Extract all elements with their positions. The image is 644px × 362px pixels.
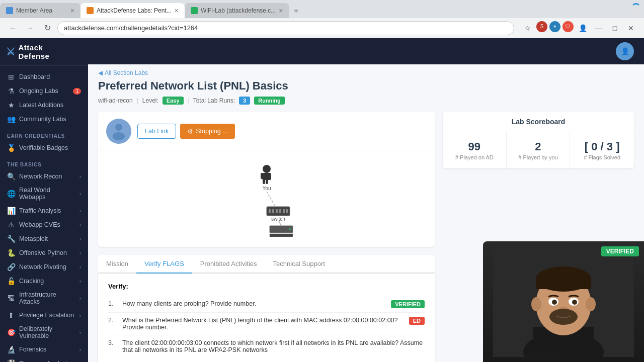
stat-label-you: # Played by you	[512, 154, 565, 160]
tabs-section: Mission Verify FLAGS Prohibited Activiti…	[98, 255, 435, 362]
close-btn[interactable]: ✕	[624, 21, 638, 35]
sidebar-item-forensics[interactable]: 🔬 Forensics ›	[0, 342, 88, 356]
sidebar-item-infrastructure[interactable]: 🏗 Infrastructure Attacks ›	[0, 288, 88, 308]
traffic-icon: 📊	[7, 207, 15, 215]
stat-number-flags: [ 0 / 3 ]	[575, 140, 629, 153]
scoreboard: Lab Scoreboard 99 # Played on AD 2 # Pla…	[443, 112, 634, 168]
user-avatar[interactable]: 👤	[616, 42, 634, 60]
svg-point-39	[549, 309, 578, 325]
tab-close-btn[interactable]: ×	[70, 7, 74, 14]
ongoing-labs-icon: ⚗	[7, 87, 15, 95]
tab-label: WiFi-Lab (attackdefense.c...	[201, 7, 276, 14]
svg-point-37	[572, 300, 577, 305]
bookmark-btn[interactable]: ☆	[520, 21, 534, 35]
top-nav: 👤	[88, 38, 644, 64]
profile-btn[interactable]: 👤	[576, 21, 590, 35]
diagram-switch-node: switch	[267, 207, 290, 222]
verify-num: 3.	[108, 339, 117, 346]
sidebar-item-ongoing-labs[interactable]: ⚗ Ongoing Labs 1	[0, 84, 88, 98]
breadcrumb[interactable]: ◀ All Section Labs	[98, 64, 634, 79]
extension-btn-3[interactable]: 🛡	[562, 21, 574, 32]
tab-prohibited[interactable]: Prohibited Activities	[192, 255, 265, 274]
chevron-icon: ›	[79, 191, 81, 197]
sidebar-item-cracking[interactable]: 🔓 Cracking ›	[0, 274, 88, 288]
sidebar-item-label: Latest Additions	[19, 102, 81, 109]
chevron-icon: ›	[79, 279, 81, 284]
webapps-icon: 🌐	[7, 190, 15, 198]
tabs: Mission Verify FLAGS Prohibited Activiti…	[98, 255, 435, 274]
back-button[interactable]: ←	[6, 21, 20, 35]
lab-card: Lab Link ⚙ Stopping ...	[98, 112, 435, 247]
metasploit-icon: 🔧	[7, 235, 15, 243]
sidebar-item-label: Dashboard	[19, 73, 81, 80]
firmware-icon: 💾	[7, 359, 15, 362]
tab-favicon	[6, 7, 13, 14]
reload-button[interactable]: ↻	[40, 21, 54, 35]
sidebar-item-latest[interactable]: ★ Latest Additions	[0, 98, 88, 112]
sidebar-item-label: Network Recon	[19, 173, 75, 180]
chevron-icon: ›	[79, 347, 81, 352]
sidebar-logo: ⚔ AttackDefense	[0, 38, 88, 66]
sidebar-item-community[interactable]: 👥 Community Labs	[0, 112, 88, 126]
logo-text: ⚔ AttackDefense	[6, 43, 82, 60]
sidebar-item-webapp-cves[interactable]: ⚠ Webapp CVEs ›	[0, 218, 88, 232]
tab-mission[interactable]: Mission	[98, 255, 136, 274]
sidebar-item-firmware[interactable]: 💾 Firmware Analysis ›	[0, 356, 88, 362]
extension-btn-1[interactable]: S	[536, 21, 547, 32]
sidebar-item-offensive-python[interactable]: 🐍 Offensive Python ›	[0, 246, 88, 260]
browser-tab-attackdefense[interactable]: AttackDefense Labs: Pent... ×	[80, 3, 185, 18]
sidebar-item-traffic[interactable]: 📊 Traffic Analysis ›	[0, 204, 88, 218]
browser-actions: ☆ S + 🛡 👤 — □ ✕	[520, 21, 638, 35]
tab-label: Member Area	[16, 7, 52, 14]
page-meta: wifi-ad-recon | Level: Easy | Total Lab …	[98, 97, 634, 105]
sidebar-item-dashboard[interactable]: ⊞ Dashboard	[0, 70, 88, 84]
stat-label-flags: # Flags Solved	[575, 154, 629, 160]
svg-rect-9	[266, 179, 268, 184]
minimize-btn[interactable]: —	[592, 21, 606, 35]
sidebar-item-webapps[interactable]: 🌐 Real World Webapps ›	[0, 184, 88, 204]
browser-tab-bar: Member Area × AttackDefense Labs: Pent..…	[0, 0, 644, 18]
sidebar-item-label: Verifiable Badges	[19, 144, 81, 151]
pivoting-icon: 🔗	[7, 263, 15, 271]
sidebar-item-network-recon[interactable]: 🔍 Network Recon ›	[0, 169, 88, 184]
verify-item-1: 1. How many clients are probing? Provide…	[108, 296, 425, 313]
tab-verify-flags[interactable]: Verify FLAGS	[136, 255, 192, 274]
address-text: attackdefense.com/challengedetails?cid=1…	[64, 24, 198, 32]
webcam-feed	[483, 241, 644, 362]
sidebar-item-metasploit[interactable]: 🔧 Metasploit ›	[0, 232, 88, 246]
tab-support[interactable]: Technical Support	[265, 255, 333, 274]
sidebar: ⚔ AttackDefense ⊞ Dashboard ⚗ Ongoing La…	[0, 38, 88, 362]
sidebar-item-label: Firmware Analysis	[19, 360, 75, 362]
chevron-icon: ›	[79, 330, 81, 335]
lab-link-button[interactable]: Lab Link	[137, 124, 176, 139]
svg-point-33	[586, 297, 596, 311]
browser-tab-member-area[interactable]: Member Area ×	[0, 3, 80, 18]
sidebar-item-deliberately-vulnerable[interactable]: 🎯 Deliberately Vulnerable ›	[0, 322, 88, 342]
address-bar[interactable]: attackdefense.com/challengedetails?cid=1…	[57, 21, 514, 35]
verify-title: Verify:	[108, 283, 425, 290]
sidebar-item-privesc[interactable]: ⬆ Privilege Escalation ›	[0, 308, 88, 322]
browser-tab-wifi[interactable]: WiFi-Lab (attackdefense.c... ×	[185, 3, 289, 18]
verify-text: The client 02:00:00:00:03:00 connects to…	[122, 339, 425, 353]
stopping-button[interactable]: ⚙ Stopping ...	[180, 124, 234, 139]
svg-rect-8	[263, 179, 265, 184]
sidebar-item-label: Network Pivoting	[19, 263, 75, 270]
maximize-btn[interactable]: □	[608, 21, 622, 35]
community-icon: 👥	[7, 115, 15, 123]
svg-point-23	[289, 228, 291, 230]
sidebar-item-badges[interactable]: 🏅 Verifiable Badges	[0, 141, 88, 155]
breadcrumb-arrow: ◀	[98, 69, 103, 76]
chevron-icon: ›	[79, 174, 81, 179]
new-tab-button[interactable]: +	[289, 4, 303, 18]
svg-rect-7	[267, 173, 270, 179]
status-badge: Running	[254, 97, 285, 105]
tab-label: AttackDefense Labs: Pent...	[97, 7, 172, 14]
tab-close-btn[interactable]: ×	[175, 7, 179, 14]
svg-point-36	[552, 300, 557, 305]
tab-close-btn[interactable]: ×	[279, 7, 283, 14]
lab-actions: Lab Link ⚙ Stopping ...	[137, 124, 235, 139]
forward-button[interactable]: →	[23, 21, 37, 35]
sidebar-item-pivoting[interactable]: 🔗 Network Pivoting ›	[0, 260, 88, 274]
extension-btn-2[interactable]: +	[549, 21, 560, 32]
svg-rect-31	[536, 279, 591, 289]
